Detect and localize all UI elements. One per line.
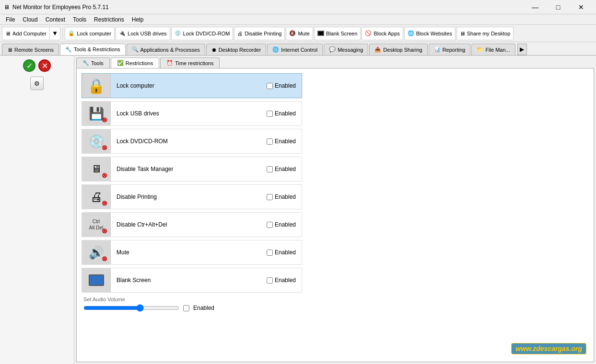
time-icon: ⏰ [166, 60, 173, 66]
accept-button[interactable]: ✓ [23, 59, 35, 72]
menu-cloud[interactable]: Cloud [19, 15, 41, 24]
nav-tabs: 🖥 Remote Screens 🔧 Tools & Restrictions … [0, 42, 596, 56]
menu-file[interactable]: File [2, 15, 19, 24]
tab-desktop-recorder[interactable]: ⏺ Desktop Recorder [206, 44, 267, 55]
blank-screen-restriction-icon [89, 274, 104, 286]
restriction-lock-dvd[interactable]: 💿 ⊗ Lock DVD/CD-ROM Enabled [82, 129, 302, 154]
restriction-mute[interactable]: 🔊 ⊗ Mute Enabled [82, 240, 302, 265]
blank-screen-enabled: Enabled [275, 277, 296, 284]
mute-button[interactable]: 🔇 Mute [286, 27, 313, 40]
tab-desktop-sharing[interactable]: 📤 Desktop Sharing [369, 44, 427, 55]
mute-checkbox[interactable] [267, 250, 273, 256]
lock-usb-button[interactable]: 🔌 Lock USB drives [116, 27, 170, 40]
usb-block-icon: ⊗ [102, 116, 107, 124]
inner-tab-restrictions[interactable]: ✅ Restrictions [111, 57, 159, 68]
dvd-block-icon: ⊗ [102, 144, 107, 151]
title-bar: 🖥 Net Monitor for Employees Pro 5.7.11 —… [0, 0, 596, 14]
close-button[interactable]: ✕ [570, 0, 592, 14]
inner-tab-tools[interactable]: 🔧 Tools [76, 57, 110, 68]
lock-dvd-label: Lock DVD/CD-ROM [111, 138, 267, 145]
menu-help[interactable]: Help [128, 15, 148, 24]
lock-computer-enabled: Enabled [275, 82, 296, 89]
volume-section: Set Audio Volume Enabled [82, 296, 589, 312]
disable-task-manager-checkbox[interactable] [267, 166, 273, 172]
restriction-disable-task-manager[interactable]: 🖥 ⊗ Disable Task Manager Enabled [82, 157, 302, 182]
menu-context[interactable]: Context [42, 15, 69, 24]
task-manager-icon: 🖥 [91, 163, 102, 175]
mute-icon: 🔇 [289, 30, 296, 36]
add-computer-button[interactable]: 🖥 Add Computer [2, 27, 49, 40]
disable-ctrl-alt-del-enabled: Enabled [275, 221, 296, 228]
watermark: www.zdescargas.org [511, 343, 586, 354]
lock-computer-icon: 🔒 [87, 78, 105, 94]
disable-printing-enabled: Enabled [275, 193, 296, 200]
volume-slider[interactable] [83, 304, 179, 312]
apps-icon: 🔍 [132, 46, 139, 53]
disable-printing-checkbox[interactable] [267, 194, 273, 200]
mute-block-icon: ⊗ [102, 255, 107, 262]
settings-button[interactable]: ⚙ [30, 77, 44, 90]
inner-tab-time-restrictions[interactable]: ⏰ Time restrictions [160, 57, 220, 68]
tab-applications-processes[interactable]: 🔍 Applications & Processes [127, 44, 205, 55]
volume-row: Enabled [83, 304, 589, 312]
printer-restriction-icon: 🖨 [90, 190, 103, 205]
left-panel: ✓ ✕ ⚙ [0, 56, 74, 364]
restriction-lock-computer[interactable]: 🔒 Lock computer Enabled [82, 73, 302, 98]
minimize-button[interactable]: — [524, 0, 546, 14]
disable-ctrl-alt-del-checkbox[interactable] [267, 222, 273, 228]
tab-messaging[interactable]: 💬 Messaging [324, 44, 368, 55]
tab-tools-restrictions[interactable]: 🔧 Tools & Restrictions [60, 44, 126, 55]
blank-screen-label: Blank Screen [111, 277, 267, 284]
add-computer-dropdown[interactable]: ▼ [49, 27, 60, 40]
tools-icon: 🔧 [65, 46, 72, 53]
lock-icon: 🔒 [68, 30, 75, 36]
main-layout: ✓ ✕ ⚙ 🔧 Tools ✅ Restrictions ⏰ Time rest… [0, 56, 596, 364]
menu-tools[interactable]: Tools [69, 15, 90, 24]
restriction-disable-printing[interactable]: 🖨 ⊗ Disable Printing Enabled [82, 184, 302, 209]
computer-icon: 🖥 [5, 31, 11, 36]
task-block-icon: ⊗ [102, 171, 107, 179]
volume-enabled-checkbox[interactable] [183, 305, 189, 311]
app-title: Net Monitor for Employees Pro 5.7.11 [12, 4, 524, 11]
mute-label: Mute [111, 249, 267, 256]
lock-usb-enabled: Enabled [275, 110, 296, 117]
lock-computer-label: Lock computer [111, 82, 267, 89]
printer-icon: 🖨 [237, 31, 243, 36]
block-websites-button[interactable]: 🌐 Block Websites [404, 27, 456, 40]
disable-printing-label: Disable Printing [111, 193, 267, 200]
block-apps-button[interactable]: 🚫 Block Apps [362, 27, 403, 40]
share-desktop-button[interactable]: 🖥 Share my Desktop [456, 27, 514, 40]
settings-icon: ⚙ [34, 80, 40, 87]
mute-enabled: Enabled [275, 249, 296, 256]
tab-remote-screens[interactable]: 🖥 Remote Screens [2, 44, 59, 55]
nav-tabs-arrow[interactable]: ▶ [517, 44, 527, 55]
tab-file-manager[interactable]: 📁 File Man... [471, 44, 515, 55]
tab-internet-control[interactable]: 🌐 Internet Control [267, 44, 323, 55]
panel-body: 🔒 Lock computer Enabled 💾 ⊗ Lock USB dri… [76, 68, 594, 362]
internet-icon: 🌐 [272, 46, 279, 53]
lock-computer-button[interactable]: 🔒 Lock computer [65, 27, 115, 40]
app-icon: 🖥 [4, 4, 10, 11]
restriction-blank-screen[interactable]: Blank Screen Enabled [82, 268, 302, 293]
blank-screen-button[interactable]: Blank Screen [314, 27, 361, 40]
lock-computer-checkbox[interactable] [267, 83, 273, 89]
blank-screen-icon [317, 31, 324, 36]
restriction-lock-usb[interactable]: 💾 ⊗ Lock USB drives Enabled [82, 101, 302, 126]
disable-printing-button[interactable]: 🖨 Disable Printing [234, 27, 285, 40]
tools-inner-icon: 🔧 [82, 60, 89, 66]
lock-dvd-button[interactable]: 💿 Lock DVD/CD-ROM [171, 27, 234, 40]
menu-restrictions[interactable]: Restrictions [90, 15, 128, 24]
cancel-button[interactable]: ✕ [38, 59, 51, 72]
sharing-icon: 📤 [374, 46, 381, 53]
disable-task-manager-enabled: Enabled [275, 166, 296, 172]
maximize-button[interactable]: □ [547, 0, 569, 14]
lock-usb-checkbox[interactable] [267, 111, 273, 117]
blank-screen-checkbox[interactable] [267, 277, 273, 284]
disable-ctrl-alt-del-label: Disable Ctr+Alt+Del [111, 221, 267, 228]
restriction-disable-ctrl-alt-del[interactable]: Ctrl Alt Del ⊗ Disable Ctr+Alt+Del Enabl… [82, 212, 302, 237]
share-icon: 🖥 [460, 31, 465, 36]
toolbar: 🖥 Add Computer ▼ 🔒 Lock computer 🔌 Lock … [0, 25, 596, 42]
lock-dvd-checkbox[interactable] [267, 138, 273, 145]
tab-reporting[interactable]: 📊 Reporting [429, 44, 471, 55]
block-web-icon: 🌐 [408, 30, 414, 36]
